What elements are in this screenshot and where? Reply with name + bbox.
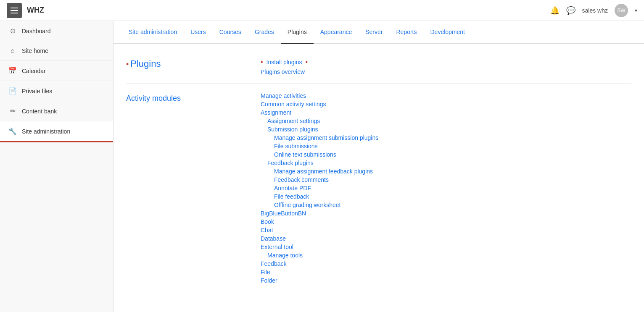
sidebar-item-calendar[interactable]: 📅 Calendar (0, 61, 113, 81)
navbar-right: 🔔 💬 sales whz SW ▾ (550, 4, 637, 17)
chat-link[interactable]: Chat (261, 227, 631, 233)
file-feedback-link[interactable]: File feedback (261, 193, 631, 200)
content-bank-icon: ✏ (8, 107, 17, 115)
page-content: •Plugins • Install plugins • Plugins ove… (113, 44, 644, 299)
avatar[interactable]: SW (615, 4, 628, 17)
site-brand: WHZ (27, 6, 44, 15)
plugins-header: •Plugins • Install plugins • Plugins ove… (126, 52, 631, 84)
sidebar-label-content-bank: Content bank (22, 108, 57, 115)
sidebar-label-site-admin: Site administration (22, 128, 70, 135)
manage-activities-link[interactable]: Manage activities (261, 92, 631, 99)
folder-link[interactable]: Folder (261, 277, 631, 284)
online-text-submissions-link[interactable]: Online text submissions (261, 151, 631, 158)
sidebar-item-site-administration[interactable]: 🔧 Site administration (0, 121, 113, 142)
sidebar-item-dashboard[interactable]: ⊙ Dashboard (0, 21, 113, 41)
assignment-link[interactable]: Assignment (261, 109, 631, 116)
plugins-overview-row: Plugins overview (261, 68, 308, 75)
feedback-plugins-link[interactable]: Feedback plugins (261, 160, 631, 166)
tab-development[interactable]: Development (424, 21, 472, 44)
tab-appearance[interactable]: Appearance (314, 21, 359, 44)
install-bullet: • (261, 58, 263, 66)
submission-plugins-link[interactable]: Submission plugins (261, 126, 631, 133)
offline-grading-worksheet-link[interactable]: Offline grading worksheet (261, 202, 631, 208)
file-link[interactable]: File (261, 269, 631, 275)
tab-courses[interactable]: Courses (213, 21, 248, 44)
notifications-icon[interactable]: 🔔 (550, 6, 560, 15)
plugins-title-col: •Plugins (126, 57, 244, 69)
feedback-link[interactable]: Feedback (261, 260, 631, 267)
tab-reports[interactable]: Reports (389, 21, 423, 44)
install-plugins-link[interactable]: Install plugins (267, 59, 302, 66)
hamburger-menu[interactable] (7, 3, 22, 18)
plugins-links: • Install plugins • Plugins overview (261, 57, 308, 75)
tab-navigation: Site administration Users Courses Grades… (113, 21, 644, 44)
sidebar-item-private-files[interactable]: 📄 Private files (0, 81, 113, 101)
book-link[interactable]: Book (261, 218, 631, 225)
activity-modules-title-col: Activity modules (126, 92, 244, 284)
private-files-icon: 📄 (8, 87, 17, 95)
navbar: WHZ 🔔 💬 sales whz SW ▾ (0, 0, 644, 21)
external-tool-link[interactable]: External tool (261, 244, 631, 250)
tab-site-administration[interactable]: Site administration (122, 21, 184, 44)
assignment-settings-link[interactable]: Assignment settings (261, 118, 631, 124)
plugins-red-dot: • (126, 60, 129, 68)
home-icon: ⌂ (8, 47, 17, 55)
manage-tools-link[interactable]: Manage tools (261, 252, 631, 259)
tab-plugins[interactable]: Plugins (281, 21, 314, 44)
feedback-comments-link[interactable]: Feedback comments (261, 176, 631, 183)
username-label[interactable]: sales whz (582, 7, 608, 14)
install-bullet-2: • (305, 58, 308, 66)
calendar-icon: 📅 (8, 67, 17, 75)
annotate-pdf-link[interactable]: Annotate PDF (261, 185, 631, 191)
sidebar-item-site-home[interactable]: ⌂ Site home (0, 41, 113, 61)
manage-feedback-plugins-link[interactable]: Manage assignment feedback plugins (261, 168, 631, 175)
tab-grades[interactable]: Grades (248, 21, 281, 44)
plugins-overview-link[interactable]: Plugins overview (261, 68, 305, 75)
sidebar-label-site-home: Site home (22, 47, 48, 54)
site-admin-icon: 🔧 (8, 127, 17, 135)
bigbluebutton-link[interactable]: BigBlueButtonBN (261, 210, 631, 217)
user-menu-arrow[interactable]: ▾ (635, 8, 637, 13)
plugins-section-title: •Plugins (126, 58, 244, 69)
sidebar-item-content-bank[interactable]: ✏ Content bank (0, 101, 113, 121)
messages-icon[interactable]: 💬 (566, 6, 575, 15)
sidebar-label-calendar: Calendar (22, 68, 46, 74)
layout: ⊙ Dashboard ⌂ Site home 📅 Calendar 📄 Pri… (0, 21, 644, 312)
sidebar-label-private-files: Private files (22, 88, 52, 94)
dashboard-icon: ⊙ (8, 27, 17, 35)
main-content: Site administration Users Courses Grades… (113, 21, 644, 312)
tab-server[interactable]: Server (359, 21, 389, 44)
sidebar-label-dashboard: Dashboard (22, 28, 51, 34)
sidebar: ⊙ Dashboard ⌂ Site home 📅 Calendar 📄 Pri… (0, 21, 113, 312)
tab-users[interactable]: Users (184, 21, 213, 44)
activity-modules-title: Activity modules (126, 94, 244, 103)
install-plugins-row: • Install plugins • (261, 58, 308, 66)
common-activity-settings-link[interactable]: Common activity settings (261, 101, 631, 107)
database-link[interactable]: Database (261, 235, 631, 242)
hamburger-icon (11, 8, 18, 13)
file-submissions-link[interactable]: File submissions (261, 143, 631, 149)
activity-modules-links: Manage activities Common activity settin… (261, 92, 631, 284)
activity-modules-section: Activity modules Manage activities Commo… (126, 92, 631, 284)
manage-submission-plugins-link[interactable]: Manage assignment submission plugins (261, 134, 631, 141)
